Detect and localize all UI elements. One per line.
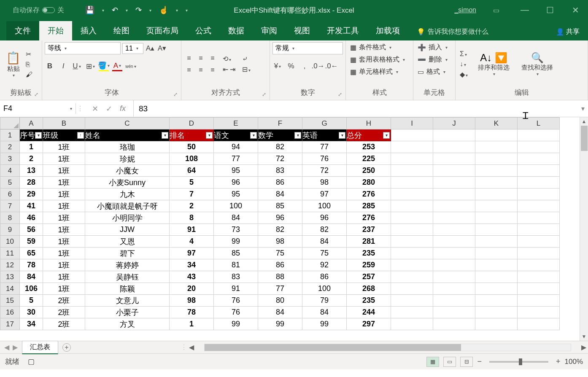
cell[interactable]: 253: [347, 141, 391, 153]
cell[interactable]: [391, 165, 433, 177]
cell[interactable]: 257: [347, 271, 391, 283]
zoom-out-button[interactable]: −: [477, 357, 482, 366]
table-header-cell[interactable]: 姓名▾: [85, 129, 170, 141]
insert-cells-button[interactable]: ➕插入▾: [416, 42, 453, 53]
cell[interactable]: [518, 259, 560, 271]
cell[interactable]: 29: [20, 188, 43, 200]
cell[interactable]: [433, 212, 475, 224]
tab-file[interactable]: 文件: [6, 21, 39, 40]
wrap-text-icon[interactable]: ⤶: [242, 55, 251, 63]
cell[interactable]: 244: [347, 307, 391, 318]
cell[interactable]: 珞珈: [85, 141, 170, 153]
tab-home[interactable]: 开始: [39, 21, 72, 40]
cell[interactable]: JJW: [85, 224, 170, 236]
cell[interactable]: 106: [20, 283, 43, 295]
cell[interactable]: [391, 153, 433, 165]
align-top-icon[interactable]: ≡: [184, 53, 194, 63]
tab-dev[interactable]: 开发工具: [318, 21, 367, 40]
cell[interactable]: 99: [258, 318, 302, 330]
cell[interactable]: 96: [258, 212, 302, 224]
increase-decimal-icon[interactable]: .0→: [313, 61, 323, 71]
cell[interactable]: [433, 236, 475, 248]
macro-record-icon[interactable]: ▢: [28, 357, 35, 366]
filter-button[interactable]: ▾: [250, 132, 257, 139]
cell[interactable]: 1班: [43, 177, 85, 188]
cell[interactable]: [475, 295, 518, 307]
row-header[interactable]: 3: [0, 153, 20, 165]
expand-formula-bar-icon[interactable]: ▾: [578, 105, 588, 113]
vscroll-thumb[interactable]: [581, 126, 588, 151]
cell[interactable]: 1班: [43, 212, 85, 224]
row-header[interactable]: 1: [0, 129, 20, 141]
find-select-button[interactable]: 🔍 查找和选择▾: [518, 50, 556, 78]
page-layout-view-button[interactable]: ▭: [443, 357, 456, 367]
touch-mode-icon[interactable]: ☝: [159, 5, 168, 15]
cell[interactable]: 小麦Sunny: [85, 177, 170, 188]
cell[interactable]: 84: [20, 271, 43, 283]
decrease-indent-icon[interactable]: ⇤: [223, 65, 228, 73]
fill-icon[interactable]: ↓▾: [460, 60, 468, 68]
row-header[interactable]: 17: [0, 318, 20, 330]
cell[interactable]: 259: [347, 259, 391, 271]
cell[interactable]: [518, 188, 560, 200]
font-name-combo[interactable]: 等线▾: [45, 42, 121, 54]
tab-addins[interactable]: 加载项: [367, 21, 408, 40]
paste-button[interactable]: 📋 粘贴 ▾: [3, 49, 24, 79]
cell[interactable]: 34: [170, 259, 214, 271]
filter-button[interactable]: ▾: [383, 132, 390, 139]
cell[interactable]: [518, 283, 560, 295]
cancel-formula-icon[interactable]: ✕: [92, 104, 98, 113]
cell[interactable]: 1班: [43, 200, 85, 212]
cell[interactable]: [391, 318, 433, 330]
cell[interactable]: 1班: [43, 188, 85, 200]
filter-button[interactable]: ▾: [35, 132, 42, 139]
phonetic-button[interactable]: wén▾: [126, 61, 136, 71]
cell[interactable]: [433, 153, 475, 165]
cell[interactable]: 7: [170, 188, 214, 200]
tab-view[interactable]: 视图: [286, 21, 318, 40]
table-header-cell[interactable]: 数学▾: [258, 129, 302, 141]
cell[interactable]: [475, 259, 518, 271]
cell-styles-button[interactable]: ▦单元格样式▾: [348, 67, 410, 77]
close-button[interactable]: ✕: [567, 5, 584, 15]
cell[interactable]: 2: [20, 153, 43, 165]
row-header[interactable]: 12: [0, 259, 20, 271]
cell[interactable]: 95: [214, 188, 258, 200]
cell[interactable]: 99: [302, 318, 347, 330]
cell[interactable]: 85: [214, 248, 258, 259]
cell[interactable]: 100: [302, 200, 347, 212]
cell[interactable]: [391, 236, 433, 248]
cell[interactable]: 方叉: [85, 318, 170, 330]
cell[interactable]: 65: [20, 248, 43, 259]
cell[interactable]: 1班: [43, 248, 85, 259]
cell[interactable]: 99: [214, 236, 258, 248]
hscroll-right-icon[interactable]: ▶: [580, 343, 588, 351]
font-size-combo[interactable]: 11▾: [122, 43, 143, 54]
cell[interactable]: [433, 271, 475, 283]
decrease-decimal-icon[interactable]: .0←: [326, 61, 337, 71]
col-header-C[interactable]: C: [85, 118, 170, 129]
comma-format-icon[interactable]: ,: [299, 61, 310, 71]
number-launcher-icon[interactable]: ⤢: [338, 92, 342, 97]
fill-color-button[interactable]: 🪣▾: [99, 61, 109, 71]
row-header[interactable]: 14: [0, 283, 20, 295]
redo-icon[interactable]: ↷: [135, 5, 142, 15]
cell[interactable]: 72: [302, 165, 347, 177]
cell[interactable]: 84: [258, 188, 302, 200]
scroll-up-icon[interactable]: ▲: [580, 117, 588, 126]
decrease-font-icon[interactable]: A▾: [157, 43, 167, 54]
cell[interactable]: [475, 307, 518, 318]
increase-font-icon[interactable]: A▴: [145, 43, 155, 54]
scroll-down-icon[interactable]: ▼: [580, 332, 588, 341]
cell[interactable]: [433, 141, 475, 153]
cell[interactable]: [433, 248, 475, 259]
cell[interactable]: [391, 224, 433, 236]
cell[interactable]: 281: [347, 236, 391, 248]
cell[interactable]: 九木: [85, 188, 170, 200]
cell[interactable]: [433, 224, 475, 236]
cell[interactable]: 86: [258, 259, 302, 271]
cell[interactable]: 1班: [43, 236, 85, 248]
cell[interactable]: 108: [170, 153, 214, 165]
minimize-button[interactable]: —: [516, 5, 533, 15]
cell[interactable]: 97: [302, 188, 347, 200]
